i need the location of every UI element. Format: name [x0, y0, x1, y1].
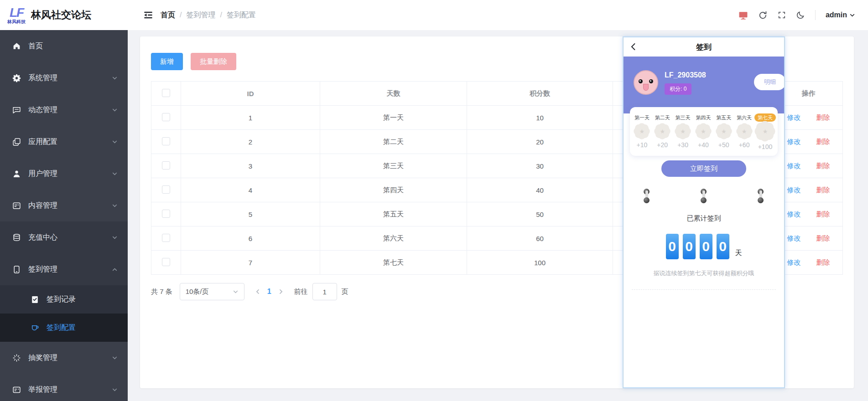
- sidebar-item-app-config[interactable]: 应用配置: [0, 126, 128, 158]
- fold-menu-icon[interactable]: [143, 10, 153, 20]
- sidebar-item-recharge[interactable]: 充值中心: [0, 221, 128, 253]
- row-checkbox[interactable]: [162, 210, 170, 218]
- sidebar-item-lottery[interactable]: 抽奖管理: [0, 342, 128, 374]
- edit-link[interactable]: 修改: [787, 113, 801, 121]
- select-all-checkbox[interactable]: [162, 89, 170, 97]
- breadcrumb-item[interactable]: 首页: [161, 10, 175, 20]
- cell-day: 第六天: [320, 226, 467, 251]
- breadcrumb-item[interactable]: 签到管理: [186, 10, 215, 20]
- breadcrumb-separator: /: [180, 11, 182, 19]
- row-checkbox[interactable]: [162, 258, 170, 266]
- edit-link[interactable]: 修改: [787, 234, 801, 242]
- day-reward: +40: [698, 141, 709, 149]
- row-checkbox-cell: [151, 178, 181, 202]
- next-page-icon[interactable]: [278, 288, 284, 295]
- delete-link[interactable]: 删除: [816, 234, 830, 242]
- row-checkbox-cell: [151, 130, 181, 154]
- sidebar-item-user[interactable]: 用户管理: [0, 158, 128, 190]
- edit-link[interactable]: 修改: [787, 258, 801, 266]
- sidebar-item-system[interactable]: 系统管理: [0, 62, 128, 94]
- sidebar-item-label: 抽奖管理: [28, 353, 57, 363]
- delete-link[interactable]: 删除: [816, 258, 830, 266]
- cell-id: 6: [181, 226, 320, 251]
- admin-menu[interactable]: admin: [826, 11, 855, 19]
- signin-now-button[interactable]: 立即签到: [661, 160, 746, 177]
- chevron-down-icon: [112, 355, 118, 361]
- day-label: 第一天: [634, 113, 650, 122]
- delete-link[interactable]: 删除: [816, 210, 830, 218]
- row-checkbox[interactable]: [162, 113, 170, 121]
- refresh-icon[interactable]: [758, 10, 768, 20]
- app-logo: LF 林风科技 林风社交论坛: [0, 6, 128, 24]
- medal-icon: ★: [756, 123, 774, 140]
- detail-button[interactable]: 明细: [754, 74, 785, 90]
- cell-day: 第一天: [320, 106, 467, 130]
- star-icon: ★: [676, 124, 690, 138]
- sidebar-item-dynamic[interactable]: 动态管理: [0, 94, 128, 126]
- sidebar-item-signin[interactable]: 签到管理: [0, 253, 128, 285]
- copy-icon: [12, 138, 21, 146]
- vertical-divider: [815, 10, 816, 20]
- avatar-eye: [639, 79, 643, 83]
- chain-decorations: [624, 189, 784, 203]
- page-size-select[interactable]: 10条/页: [180, 283, 244, 300]
- chevron-down-icon: [112, 139, 118, 145]
- sidebar-item-label: 动态管理: [28, 105, 57, 115]
- edit-link[interactable]: 修改: [787, 186, 801, 194]
- screen-icon[interactable]: [738, 10, 748, 20]
- back-icon[interactable]: [629, 42, 638, 51]
- fullscreen-icon[interactable]: [778, 11, 786, 19]
- sidebar-item-label: 首页: [28, 41, 43, 51]
- star-icon: ★: [696, 124, 710, 138]
- day-reward: +20: [657, 141, 668, 149]
- goto-page: 前往 页: [294, 283, 348, 300]
- delete-link[interactable]: 删除: [816, 138, 830, 145]
- signin-days-card: 第一天★+10第二天★+20第三天★+30第四天★+40第五天★+50第六天★+…: [630, 107, 778, 156]
- sidebar-item-signin-config[interactable]: 签到配置: [0, 314, 128, 342]
- edit-link[interactable]: 修改: [787, 210, 801, 218]
- cell-id: 3: [181, 154, 320, 178]
- breadcrumb-item[interactable]: 签到配置: [227, 10, 256, 20]
- counter-digit: 0: [717, 234, 729, 259]
- delete-link[interactable]: 删除: [816, 113, 830, 121]
- cell-id: 4: [181, 178, 320, 202]
- row-checkbox[interactable]: [162, 234, 170, 242]
- sidebar-item-home[interactable]: 首页: [0, 30, 128, 62]
- prev-page-icon[interactable]: [255, 288, 261, 295]
- delete-link[interactable]: 删除: [816, 162, 830, 170]
- row-checkbox-cell: [151, 226, 181, 251]
- sidebar-item-signin-record[interactable]: 签到记录: [0, 285, 128, 314]
- goto-label: 前往: [294, 288, 308, 296]
- admin-username: admin: [826, 11, 847, 19]
- sidebar-item-label: 系统管理: [28, 73, 57, 83]
- goto-page-input[interactable]: [312, 283, 337, 300]
- sidebar-item-report[interactable]: 举报管理: [0, 374, 128, 401]
- moon-icon[interactable]: [796, 10, 805, 20]
- star-icon: ★: [717, 124, 731, 138]
- chain-link-icon: [758, 189, 764, 203]
- current-page-number[interactable]: 1: [267, 288, 271, 296]
- cell-points: 100: [467, 251, 613, 275]
- cell-points: 60: [467, 226, 613, 251]
- medal-icon: ★: [696, 124, 710, 138]
- chevron-down-icon: [112, 75, 118, 81]
- cell-id: 7: [181, 251, 320, 275]
- batch-delete-button[interactable]: 批量删除: [191, 53, 236, 70]
- delete-link[interactable]: 删除: [816, 186, 830, 194]
- chevron-down-icon: [849, 12, 855, 18]
- edit-link[interactable]: 修改: [787, 138, 801, 145]
- edit-link[interactable]: 修改: [787, 162, 801, 170]
- sidebar-item-label: 充值中心: [28, 233, 57, 242]
- day-reward: +100: [758, 143, 773, 150]
- chevron-down-icon: [112, 235, 118, 241]
- cell-points: 50: [467, 202, 613, 226]
- row-checkbox[interactable]: [162, 137, 170, 145]
- row-checkbox[interactable]: [162, 185, 170, 194]
- column-header: 天数: [320, 82, 467, 106]
- sidebar-item-content[interactable]: 内容管理: [0, 190, 128, 221]
- signin-day-item: 第六天★+60: [734, 113, 754, 150]
- day-label: 第三天: [676, 113, 691, 122]
- home-icon: [12, 42, 21, 51]
- row-checkbox[interactable]: [162, 161, 170, 170]
- add-button[interactable]: 新增: [151, 53, 183, 70]
